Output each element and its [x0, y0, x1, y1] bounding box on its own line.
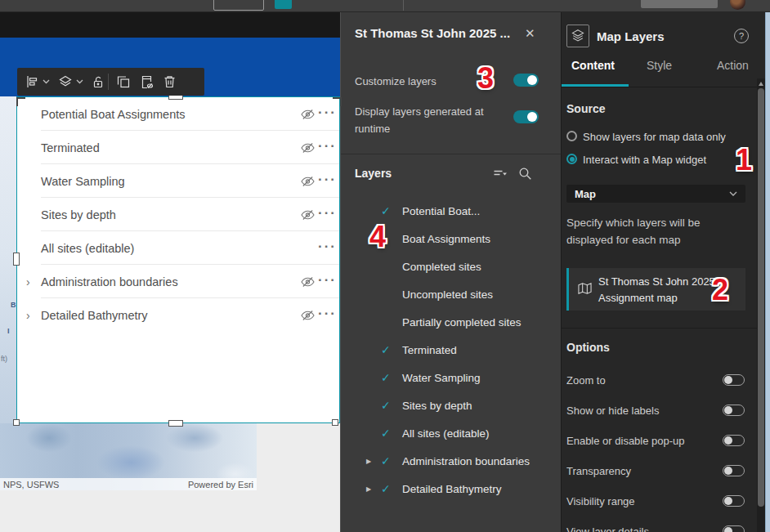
topbar-divider: [403, 0, 404, 11]
top-app-bar: [0, 0, 770, 12]
tab-action[interactable]: Action: [717, 59, 749, 72]
tab-style[interactable]: Style: [647, 59, 672, 72]
toggle-knob: [724, 406, 732, 414]
check-icon: ✓: [381, 482, 391, 495]
duplicate-icon[interactable]: [117, 75, 130, 88]
align-caret-icon[interactable]: [43, 79, 50, 84]
selection-corner-handle[interactable]: [16, 97, 25, 106]
source-heading: Source: [566, 102, 605, 115]
eye-slash-icon[interactable]: [301, 176, 315, 186]
panel-layer-label: Sites by depth: [402, 400, 472, 412]
check-icon: ✓: [381, 371, 391, 384]
radio-map-data-only-label[interactable]: Show layers for map data only: [583, 131, 726, 143]
selection-resize-handle-left[interactable]: [13, 253, 20, 266]
option-label: View layer details: [566, 525, 649, 532]
row-menu-icon[interactable]: ···: [318, 272, 337, 288]
panel-layer-item[interactable]: ▶ ✓ Partially completed sites: [341, 308, 561, 336]
chevron-down-icon: [729, 191, 737, 196]
scrollbar-up-arrow[interactable]: [759, 82, 763, 86]
layer-row-label: Water Sampling: [41, 175, 125, 188]
panel-scrollbar-thumb[interactable]: [758, 88, 764, 507]
customize-layers-toggle[interactable]: [513, 74, 539, 87]
top-grey-button[interactable]: [641, 0, 718, 8]
layer-order-icon[interactable]: [58, 75, 73, 88]
eye-slash-icon[interactable]: [301, 109, 315, 119]
panel-layer-item[interactable]: ▶ ✓ Water Sampling: [341, 364, 561, 391]
option-label: Zoom to: [566, 374, 606, 387]
row-menu-icon[interactable]: ···: [318, 172, 337, 188]
radio-interact-map-widget-label[interactable]: Interact with a Map widget: [583, 154, 706, 166]
search-icon[interactable]: [518, 167, 532, 184]
eye-slash-icon[interactable]: [301, 142, 315, 153]
top-outline-button[interactable]: [213, 0, 264, 11]
annotation-1: 1: [736, 145, 752, 175]
visibility-range-toggle[interactable]: [723, 495, 745, 507]
radio-map-data-only[interactable]: [566, 131, 577, 141]
row-menu-icon[interactable]: ···: [318, 205, 337, 221]
map-layers-panel-title: Map Layers: [597, 29, 665, 43]
transparency-toggle[interactable]: [723, 465, 745, 476]
selection-corner-handle[interactable]: [13, 419, 20, 426]
eye-slash-icon[interactable]: [301, 209, 315, 220]
runtime-layers-toggle[interactable]: [513, 110, 539, 123]
check-icon: ✓: [381, 204, 391, 217]
panel-layer-item[interactable]: ▶ ✓ Completed sites: [341, 253, 561, 280]
row-menu-icon[interactable]: ···: [318, 138, 337, 154]
show-hide-labels-toggle[interactable]: [723, 405, 745, 416]
map-select-dropdown[interactable]: Map: [566, 185, 745, 203]
row-menu-icon[interactable]: ···: [318, 239, 337, 255]
layer-row[interactable]: › Detailed Bathymetry ···: [17, 298, 339, 332]
layer-order-caret-icon[interactable]: [76, 79, 83, 84]
panel-layer-item[interactable]: ▶ ✓ Sites by depth: [341, 391, 561, 419]
layer-list-widget[interactable]: Potential Boat Assignments ··· Terminate…: [16, 96, 340, 423]
layer-row[interactable]: All sites (editable) ···: [17, 231, 339, 265]
expand-chevron-icon[interactable]: ›: [26, 309, 30, 322]
tab-content[interactable]: Content: [571, 59, 615, 72]
layer-row[interactable]: Sites by depth ···: [17, 198, 339, 231]
align-icon[interactable]: [25, 75, 39, 88]
panel-layer-item[interactable]: ▶ ✓ Uncompleted sites: [341, 280, 561, 308]
panel-layer-item[interactable]: ▶ ✓ Terminated: [341, 336, 561, 364]
map-select-helper-text: Specify which layers will be displayed f…: [566, 214, 718, 248]
panel-layer-item[interactable]: ▶ ✓ Detailed Bathymetry: [341, 475, 561, 503]
eye-slash-icon[interactable]: [301, 310, 315, 320]
annotation-2: 2: [712, 275, 728, 305]
panel-layer-item[interactable]: ▶ ✓ Administration boundaries: [341, 447, 561, 475]
map-label: ft): [1, 355, 7, 363]
window-edge-strip: [765, 11, 770, 532]
customize-layers-label: Customize layers: [355, 75, 436, 87]
selection-corner-handle[interactable]: [333, 97, 342, 106]
layer-row-label: Potential Boat Assignments: [41, 108, 186, 121]
layer-row[interactable]: Water Sampling ···: [17, 164, 339, 198]
enable-popup-toggle[interactable]: [723, 435, 745, 446]
row-menu-icon[interactable]: ···: [318, 105, 337, 121]
expand-arrow-icon[interactable]: ▶: [366, 485, 371, 493]
selection-resize-handle-bottom[interactable]: [168, 420, 183, 427]
panel-layer-label: Boat Assignments: [402, 233, 490, 245]
top-teal-button[interactable]: [275, 0, 292, 9]
check-icon: ✓: [381, 427, 391, 440]
selection-corner-handle[interactable]: [332, 419, 338, 426]
expand-arrow-icon[interactable]: ▶: [366, 458, 371, 465]
sort-order-icon[interactable]: [493, 168, 508, 183]
layer-row[interactable]: › Administration boundaries ···: [17, 265, 339, 298]
runtime-layers-label: Display layers generated at runtime: [355, 103, 506, 137]
powered-by-esri[interactable]: Powered by Esri: [188, 480, 253, 490]
zoom-to-toggle[interactable]: [723, 374, 745, 386]
eye-slash-icon[interactable]: [301, 276, 315, 287]
delete-icon[interactable]: [163, 75, 176, 88]
row-menu-icon[interactable]: ···: [318, 306, 337, 322]
expand-chevron-icon[interactable]: ›: [26, 275, 30, 288]
panel-layer-item[interactable]: ▶ ✓ All sites (editable): [341, 419, 561, 447]
view-layer-details-toggle[interactable]: [723, 525, 745, 532]
close-icon[interactable]: ✕: [525, 26, 535, 41]
option-row: Zoom to: [562, 372, 765, 388]
radio-interact-map-widget[interactable]: [566, 154, 577, 164]
unlock-icon[interactable]: [92, 75, 105, 88]
help-icon[interactable]: ?: [734, 29, 749, 43]
layer-row[interactable]: Terminated ···: [17, 131, 339, 164]
layer-row[interactable]: Potential Boat Assignments ···: [17, 97, 339, 131]
hide-element-icon[interactable]: [140, 75, 154, 89]
avatar[interactable]: [730, 0, 745, 10]
option-label: Show or hide labels: [566, 405, 659, 417]
